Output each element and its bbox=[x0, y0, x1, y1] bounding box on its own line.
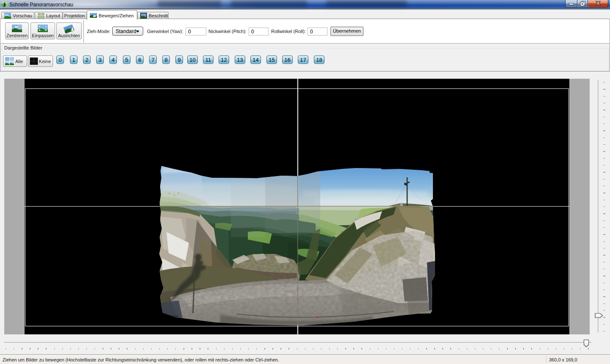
svg-text:GL: GL bbox=[5, 13, 9, 17]
